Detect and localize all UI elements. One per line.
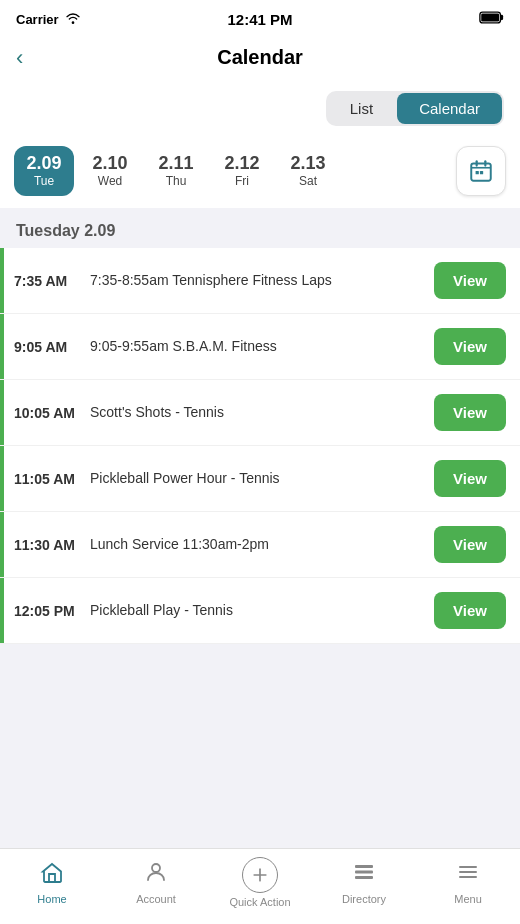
view-event-button[interactable]: View [434,262,506,299]
calendar-picker-button[interactable] [456,146,506,196]
date-item-2-12[interactable]: 2.12 Fri [212,146,272,196]
svg-rect-1 [500,15,503,20]
quick-action-icon [242,857,278,893]
event-time: 11:30 AM [0,537,90,553]
event-time: 12:05 PM [0,603,90,619]
event-list: 7:35 AM 7:35-8:55am Tennisphere Fitness … [0,248,520,644]
svg-rect-14 [355,876,373,879]
calendar-toggle-button[interactable]: Calendar [397,93,502,124]
nav-account-label: Account [136,893,176,905]
header: ‹ Calendar [0,36,520,81]
wifi-icon [65,12,81,27]
view-event-button[interactable]: View [434,526,506,563]
nav-directory-label: Directory [342,893,386,905]
event-item: 12:05 PM Pickleball Play - Tennis View [0,578,520,644]
date-strip: 2.09 Tue 2.10 Wed 2.11 Thu 2.12 Fri 2.13… [0,140,520,208]
battery-area [479,10,504,28]
nav-quick-action-label: Quick Action [229,896,290,908]
date-item-2-09[interactable]: 2.09 Tue [14,146,74,196]
svg-rect-13 [355,871,373,874]
svg-rect-2 [481,13,499,21]
list-toggle-button[interactable]: List [328,93,395,124]
date-item-2-11[interactable]: 2.11 Thu [146,146,206,196]
date-number: 2.13 [290,154,325,174]
directory-icon [352,860,376,890]
event-item: 9:05 AM 9:05-9:55am S.B.A.M. Fitness Vie… [0,314,520,380]
account-icon [144,860,168,890]
nav-directory[interactable]: Directory [324,860,404,905]
event-time: 7:35 AM [0,273,90,289]
date-day: Thu [166,174,187,188]
svg-rect-7 [476,171,479,174]
view-toggle-container: List Calendar [0,81,520,140]
back-button[interactable]: ‹ [16,45,23,71]
date-item-2-13[interactable]: 2.13 Sat [278,146,338,196]
event-time: 10:05 AM [0,405,90,421]
event-item: 11:05 AM Pickleball Power Hour - Tennis … [0,446,520,512]
event-title: Scott's Shots - Tennis [90,403,434,423]
view-event-button[interactable]: View [434,328,506,365]
carrier: Carrier [16,12,81,27]
svg-rect-8 [480,171,483,174]
event-title: 9:05-9:55am S.B.A.M. Fitness [90,337,434,357]
date-number: 2.12 [224,154,259,174]
view-event-button[interactable]: View [434,460,506,497]
date-number: 2.10 [92,154,127,174]
page-title: Calendar [217,46,303,69]
event-title: 7:35-8:55am Tennisphere Fitness Laps [90,271,434,291]
event-time: 11:05 AM [0,471,90,487]
section-header: Tuesday 2.09 [0,208,520,248]
nav-account[interactable]: Account [116,860,196,905]
menu-icon [456,860,480,890]
nav-home[interactable]: Home [12,860,92,905]
battery-icon [479,10,504,28]
event-title: Pickleball Play - Tennis [90,601,434,621]
home-icon [40,860,64,890]
view-event-button[interactable]: View [434,592,506,629]
status-bar: Carrier 12:41 PM [0,0,520,36]
nav-menu[interactable]: Menu [428,860,508,905]
view-event-button[interactable]: View [434,394,506,431]
event-item: 7:35 AM 7:35-8:55am Tennisphere Fitness … [0,248,520,314]
nav-home-label: Home [37,893,66,905]
event-item: 11:30 AM Lunch Service 11:30am-2pm View [0,512,520,578]
bottom-nav: Home Account Quick Action Directory [0,848,520,924]
date-day: Fri [235,174,249,188]
date-day: Sat [299,174,317,188]
date-number: 2.09 [26,154,61,174]
nav-menu-label: Menu [454,893,482,905]
date-number: 2.11 [158,154,193,174]
event-item: 10:05 AM Scott's Shots - Tennis View [0,380,520,446]
event-title: Pickleball Power Hour - Tennis [90,469,434,489]
date-item-2-10[interactable]: 2.10 Wed [80,146,140,196]
nav-quick-action[interactable]: Quick Action [220,857,300,908]
event-title: Lunch Service 11:30am-2pm [90,535,434,555]
date-day: Tue [34,174,54,188]
view-toggle-group: List Calendar [326,91,504,126]
event-time: 9:05 AM [0,339,90,355]
svg-rect-12 [355,865,373,868]
svg-point-9 [152,864,160,872]
date-day: Wed [98,174,122,188]
